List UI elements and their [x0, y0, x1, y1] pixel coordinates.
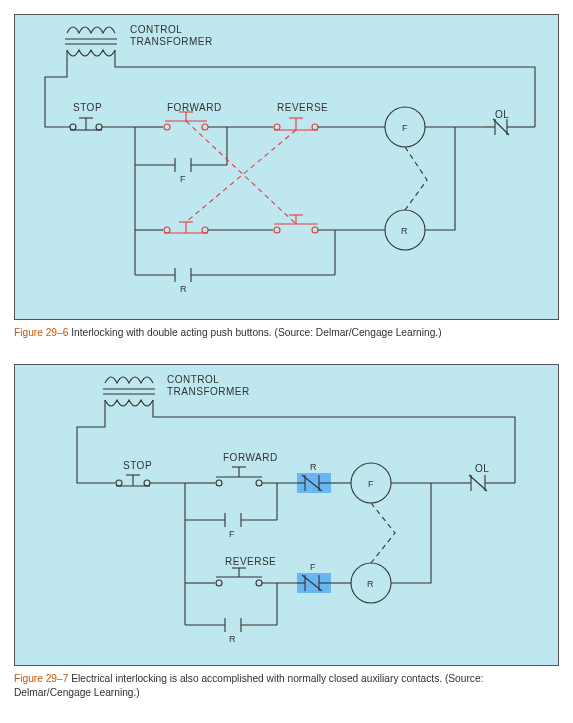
figure-29-7-number: Figure 29–7 [14, 673, 68, 684]
reverse-no-contact-icon [274, 215, 318, 233]
forward-label: FORWARD [167, 102, 222, 113]
svg-point-11 [164, 124, 170, 130]
transformer-label-2: TRANSFORMER [167, 386, 250, 397]
svg-point-62 [256, 480, 262, 486]
forward-nc-contact-icon [164, 222, 208, 233]
node-after-stop [135, 127, 163, 275]
rail-l1 [77, 400, 115, 483]
figure-29-6-caption-text: Interlocking with double acting push but… [71, 327, 441, 338]
mech-interlock-icon [371, 503, 395, 563]
svg-point-84 [256, 580, 262, 586]
transformer-label-1: CONTROL [167, 374, 219, 385]
aux-r-text: R [229, 634, 236, 644]
svg-line-76 [469, 475, 487, 491]
mech-interlock-icon [405, 147, 427, 210]
node-after-stop [185, 483, 215, 625]
aux-r-contact-icon [135, 230, 335, 282]
transformer-label-2: TRANSFORMER [130, 36, 213, 47]
svg-point-32 [164, 227, 170, 233]
aux-f-contact-icon [185, 483, 277, 527]
rail-l1 [45, 50, 70, 127]
stop-label: STOP [123, 460, 152, 471]
reverse-label: REVERSE [277, 102, 328, 113]
svg-point-17 [312, 124, 318, 130]
svg-point-61 [216, 480, 222, 486]
stop-pushbutton-icon [70, 118, 135, 130]
reverse-nc-contact-icon [274, 118, 318, 130]
figure-29-7-caption: Figure 29–7 Electrical interlocking is a… [14, 672, 559, 700]
svg-point-38 [312, 227, 318, 233]
svg-point-12 [202, 124, 208, 130]
figure-29-6-number: Figure 29–6 [14, 327, 68, 338]
r-to-ol-join [391, 483, 431, 583]
figure-29-6-svg: CONTROL TRANSFORMER STOP FORWARD REVERSE… [15, 15, 560, 319]
r-to-ol-join [425, 127, 455, 230]
ol-label: OL [475, 463, 489, 474]
ol-contact-icon [463, 475, 515, 491]
coil-f-text: F [368, 479, 374, 489]
svg-point-16 [274, 124, 280, 130]
transformer-label-1: CONTROL [130, 24, 182, 35]
rail-l2 [115, 50, 535, 127]
nc-f-text: F [310, 562, 316, 572]
coil-r-text: R [401, 226, 408, 236]
coil-f-text: F [402, 123, 408, 133]
figure-29-6-caption: Figure 29–6 Interlocking with double act… [14, 326, 559, 340]
coil-r-text: R [367, 579, 374, 589]
aux-f-text: F [180, 174, 186, 184]
aux-f-text: F [229, 529, 235, 539]
svg-point-33 [202, 227, 208, 233]
nc-r-text: R [310, 462, 317, 472]
ol-contact-icon [485, 119, 535, 135]
transformer-icon [103, 377, 155, 406]
svg-point-37 [274, 227, 280, 233]
forward-no-contact-icon [216, 467, 297, 486]
forward-label: FORWARD [223, 452, 278, 463]
transformer-icon [65, 27, 117, 56]
svg-line-48 [186, 121, 296, 224]
figure-29-7-caption-text: Electrical interlocking is also accompli… [14, 673, 483, 698]
ol-label: OL [495, 109, 509, 120]
figure-29-6-panel: CONTROL TRANSFORMER STOP FORWARD REVERSE… [14, 14, 559, 320]
svg-point-3 [96, 124, 102, 130]
svg-point-2 [70, 124, 76, 130]
stop-label: STOP [73, 102, 102, 113]
figure-29-7-panel: CONTROL TRANSFORMER STOP FORWARD REVERSE… [14, 364, 559, 666]
svg-point-52 [116, 480, 122, 486]
aux-r-text: R [180, 284, 187, 294]
aux-r-contact-icon [185, 583, 277, 632]
reverse-label: REVERSE [225, 556, 276, 567]
page: CONTROL TRANSFORMER STOP FORWARD REVERSE… [0, 0, 573, 723]
rail-l2 [153, 400, 515, 483]
svg-point-53 [144, 480, 150, 486]
figure-29-7-svg: CONTROL TRANSFORMER STOP FORWARD REVERSE… [15, 365, 560, 665]
double-acting-link-1 [186, 121, 296, 224]
aux-f-contact-icon [135, 127, 227, 172]
stop-pushbutton-icon [116, 475, 185, 486]
reverse-no-contact-icon [216, 568, 297, 586]
svg-point-83 [216, 580, 222, 586]
